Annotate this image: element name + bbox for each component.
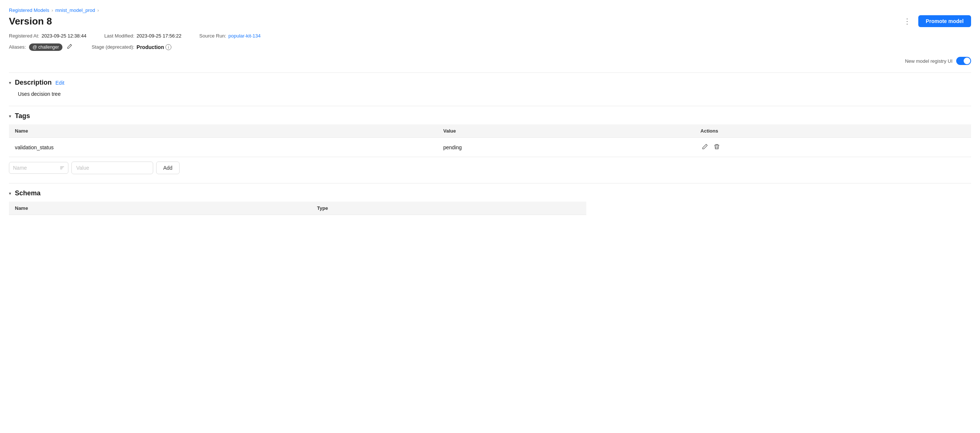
last-modified-item: Last Modified: 2023-09-25 17:56:22: [104, 33, 181, 39]
tag-name-cell: validation_status: [9, 138, 437, 157]
schema-col-name: Name: [9, 201, 311, 215]
tags-table-header: Name Value Actions: [9, 124, 971, 138]
description-edit-link[interactable]: Edit: [56, 80, 64, 86]
schema-table: Name Type: [9, 201, 586, 215]
breadcrumb: Registered Models › mnist_model_prod ›: [9, 8, 971, 13]
aliases-item: Aliases: @ challenger: [9, 43, 73, 51]
source-run-link[interactable]: popular-kit-134: [228, 33, 261, 39]
stage-info-icon[interactable]: i: [165, 44, 172, 50]
trash-icon: [714, 144, 720, 150]
tags-chevron[interactable]: ▾: [9, 114, 11, 119]
add-tag-row: Add: [9, 162, 971, 174]
page-title: Version 8: [9, 16, 52, 27]
table-row: validation_status pending: [9, 138, 971, 157]
description-content: Uses decision tree: [9, 91, 971, 97]
svg-rect-1: [60, 168, 63, 168]
tag-value-input[interactable]: [72, 162, 153, 174]
stage-item: Stage (deprecated): Production i: [91, 44, 172, 50]
tags-table: Name Value Actions validation_status pen…: [9, 124, 971, 157]
tags-col-name: Name: [9, 124, 437, 138]
divider-3: [9, 183, 971, 184]
tag-name-input-wrapper: [9, 162, 68, 174]
registry-toggle[interactable]: [956, 57, 971, 65]
description-section: ▾ Description Edit Uses decision tree: [9, 79, 971, 97]
breadcrumb-registered-models[interactable]: Registered Models: [9, 8, 49, 13]
more-options-button[interactable]: ⋮: [900, 15, 914, 27]
source-run-item: Source Run: popular-kit-134: [199, 33, 261, 39]
schema-section-header: ▾ Schema: [9, 189, 971, 197]
description-title: Description: [15, 79, 52, 87]
tags-section: ▾ Tags Name Value Actions validation_sta…: [9, 112, 971, 174]
header-actions: ⋮ Promote model: [900, 15, 971, 27]
registry-toggle-label: New model registry UI: [905, 58, 953, 64]
tags-col-value: Value: [437, 124, 694, 138]
page-header: Version 8 ⋮ Promote model: [9, 15, 971, 27]
tags-table-body: validation_status pending: [9, 138, 971, 157]
source-run-label: Source Run:: [199, 33, 226, 39]
stage-value: Production: [137, 44, 164, 50]
pencil-icon: [67, 44, 72, 49]
schema-col-type: Type: [311, 201, 586, 215]
add-tag-button[interactable]: Add: [156, 162, 180, 174]
tag-name-input[interactable]: [13, 165, 57, 171]
description-chevron[interactable]: ▾: [9, 80, 11, 86]
description-section-header: ▾ Description Edit: [9, 79, 971, 87]
input-icon: [60, 165, 64, 170]
divider-1: [9, 72, 971, 73]
tag-value-cell: pending: [437, 138, 694, 157]
tags-col-actions: Actions: [694, 124, 971, 138]
meta-row-1: Registered At: 2023-09-25 12:38:44 Last …: [9, 33, 971, 39]
breadcrumb-sep-2: ›: [97, 8, 99, 13]
registered-at-item: Registered At: 2023-09-25 12:38:44: [9, 33, 86, 39]
tag-actions-cell: [694, 138, 971, 157]
schema-header-row: Name Type: [9, 201, 586, 215]
delete-tag-button[interactable]: [712, 142, 721, 152]
registered-at-label: Registered At:: [9, 33, 40, 39]
schema-table-header: Name Type: [9, 201, 586, 215]
tags-header-row: Name Value Actions: [9, 124, 971, 138]
breadcrumb-model-name[interactable]: mnist_model_prod: [56, 8, 95, 13]
breadcrumb-sep-1: ›: [51, 8, 53, 13]
tag-actions: [700, 142, 965, 152]
svg-rect-0: [60, 167, 64, 167]
stage-label: Stage (deprecated):: [91, 44, 134, 50]
schema-section: ▾ Schema Name Type: [9, 189, 971, 215]
aliases-label: Aliases:: [9, 44, 26, 50]
tags-section-header: ▾ Tags: [9, 112, 971, 120]
edit-pencil-icon: [702, 144, 708, 150]
alias-badge: @ challenger: [29, 43, 63, 51]
tags-title: Tags: [15, 112, 30, 120]
registry-toggle-row: New model registry UI: [9, 57, 971, 65]
svg-rect-2: [60, 168, 62, 169]
last-modified-label: Last Modified:: [104, 33, 134, 39]
registered-at-value: 2023-09-25 12:38:44: [41, 33, 87, 39]
promote-model-button[interactable]: Promote model: [918, 15, 971, 27]
edit-alias-button[interactable]: [65, 43, 73, 51]
edit-tag-button[interactable]: [700, 142, 710, 152]
divider-2: [9, 106, 971, 106]
last-modified-value: 2023-09-25 17:56:22: [137, 33, 181, 39]
schema-title: Schema: [15, 189, 41, 197]
meta-row-2: Aliases: @ challenger Stage (deprecated)…: [9, 43, 971, 51]
schema-chevron[interactable]: ▾: [9, 191, 11, 196]
